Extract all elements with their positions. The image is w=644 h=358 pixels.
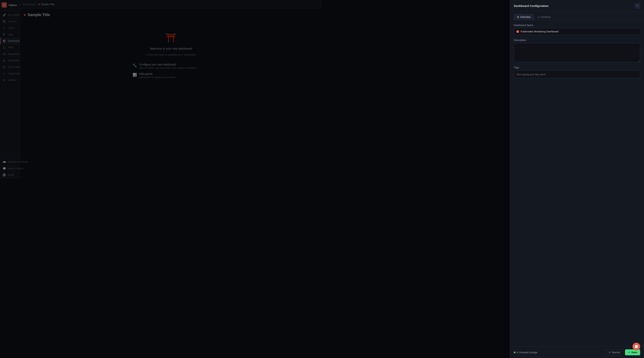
config-overlay: Dashboard Configuration ✕ ⊞ Overview {} …	[0, 0, 322, 179]
